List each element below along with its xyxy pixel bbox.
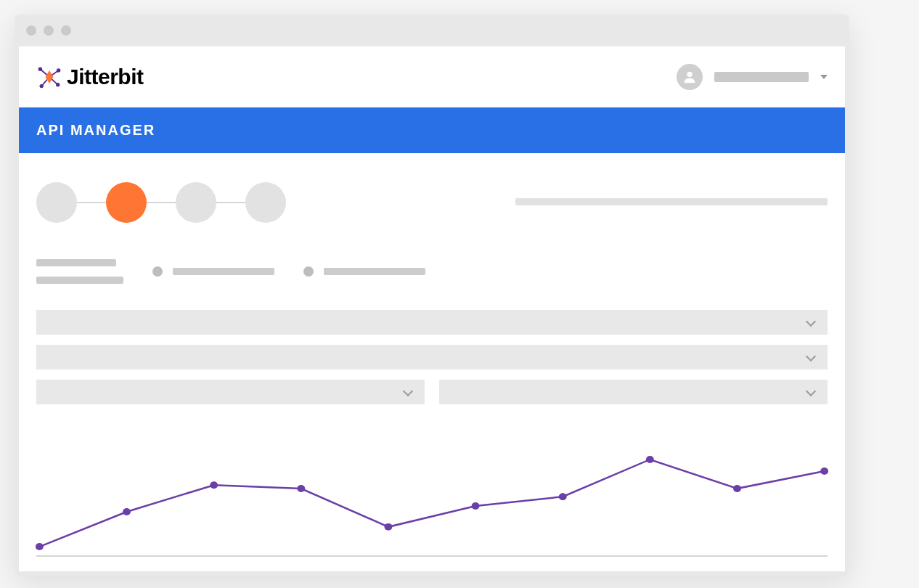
svg-point-9	[687, 72, 692, 77]
svg-point-6	[40, 84, 44, 88]
svg-point-15	[472, 502, 480, 510]
bullet-item-2	[303, 266, 425, 277]
page-title: API MANAGER	[36, 122, 155, 138]
chevron-down-icon	[820, 75, 828, 79]
step-1[interactable]	[36, 182, 77, 223]
svg-point-18	[733, 485, 741, 492]
svg-point-19	[820, 467, 828, 475]
svg-point-5	[57, 68, 60, 72]
app-window: Jitterbit API MANAGER	[15, 15, 849, 576]
info-row	[36, 259, 828, 284]
info-text-block	[36, 259, 123, 284]
dropdown-1[interactable]	[36, 310, 828, 335]
text-placeholder	[173, 268, 274, 275]
svg-point-16	[559, 493, 567, 500]
top-row	[36, 182, 828, 223]
chevron-down-icon	[403, 385, 413, 396]
dropdown-row	[36, 380, 828, 404]
step-connector	[145, 202, 177, 203]
page-title-banner: API MANAGER	[19, 107, 845, 153]
main-area	[19, 153, 845, 571]
text-placeholder	[36, 277, 123, 284]
window-maximize-icon[interactable]	[61, 25, 71, 36]
avatar-icon	[677, 64, 703, 90]
user-name-placeholder	[714, 72, 809, 82]
line-chart	[36, 433, 828, 557]
logo-text: Jitterbit	[67, 65, 144, 89]
heading-placeholder	[515, 198, 828, 205]
window-close-icon[interactable]	[26, 25, 36, 36]
user-menu[interactable]	[677, 64, 828, 90]
step-3[interactable]	[176, 182, 216, 223]
window-minimize-icon[interactable]	[44, 25, 54, 36]
svg-point-10	[36, 543, 44, 550]
bullet-dot-icon	[303, 266, 314, 277]
app-content: Jitterbit API MANAGER	[19, 46, 845, 571]
step-connector	[75, 202, 107, 203]
window-titlebar	[15, 15, 849, 46]
text-placeholder	[324, 268, 425, 275]
step-connector	[215, 202, 247, 203]
brand-logo[interactable]: Jitterbit	[36, 64, 144, 90]
logo-mark-icon	[36, 64, 62, 90]
svg-point-7	[56, 83, 60, 86]
chevron-down-icon	[806, 351, 816, 361]
step-2[interactable]	[106, 182, 147, 223]
app-topbar: Jitterbit	[19, 46, 845, 107]
stepper	[36, 182, 286, 223]
svg-marker-8	[46, 70, 54, 83]
svg-point-4	[38, 68, 42, 71]
svg-point-11	[123, 508, 131, 515]
svg-point-17	[646, 456, 654, 463]
dropdown-3[interactable]	[36, 380, 425, 404]
step-4[interactable]	[245, 182, 286, 223]
svg-point-12	[210, 481, 218, 489]
svg-point-14	[384, 523, 392, 531]
bullet-item-1	[152, 266, 274, 277]
chevron-down-icon	[806, 385, 816, 396]
chevron-down-icon	[806, 316, 816, 326]
text-placeholder	[36, 259, 116, 266]
bullet-dot-icon	[152, 266, 163, 277]
dropdown-4[interactable]	[439, 380, 828, 404]
dropdowns-group	[36, 310, 828, 404]
dropdown-2[interactable]	[36, 345, 828, 369]
svg-point-13	[297, 485, 305, 492]
